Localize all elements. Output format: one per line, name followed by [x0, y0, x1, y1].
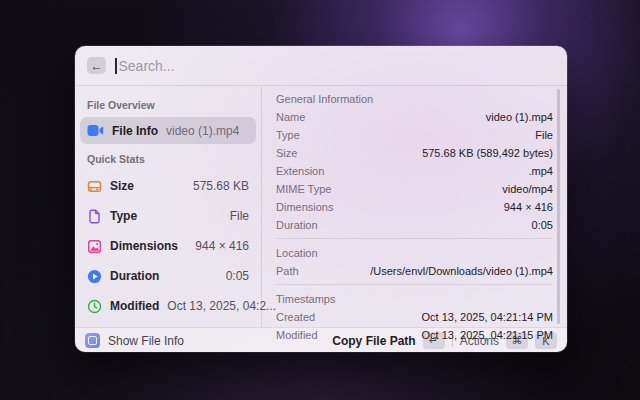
main-content: File Overview File Info video (1).mp4 Qu…: [75, 86, 567, 327]
sidebar: File Overview File Info video (1).mp4 Qu…: [75, 86, 262, 327]
search-bar: ← Search...: [75, 46, 567, 86]
detail-value: Oct 13, 2025, 04:21:15 PM: [422, 329, 553, 341]
detail-label: Created: [276, 311, 315, 323]
image-icon: [87, 239, 102, 254]
detail-label: MIME Type: [276, 183, 331, 195]
video-camera-icon: [87, 124, 104, 137]
detail-row-created: Created Oct 13, 2025, 04:21:14 PM: [276, 308, 553, 326]
section-header-file-overview: File Overview: [87, 99, 249, 111]
extension-app-icon: [85, 333, 100, 348]
stat-value: Oct 13, 2025, 04:2...: [167, 299, 276, 313]
detail-section-header: General Information: [276, 89, 553, 108]
detail-section-header: Timestamps: [276, 289, 553, 308]
detail-label: Modified: [276, 329, 318, 341]
back-button[interactable]: ←: [87, 57, 106, 74]
footer-context-label: Show File Info: [108, 334, 184, 348]
detail-row-mime-type: MIME Type video/mp4: [276, 180, 553, 198]
detail-label: Duration: [276, 219, 318, 231]
stat-label: Dimensions: [110, 239, 178, 253]
clock-icon: [87, 299, 102, 314]
detail-panel: General Information Name video (1).mp4 T…: [262, 86, 567, 327]
detail-row-size: Size 575.68 KB (589,492 bytes): [276, 144, 553, 162]
detail-row-name: Name video (1).mp4: [276, 108, 553, 126]
detail-label: Extension: [276, 165, 324, 177]
scrollbar[interactable]: [557, 89, 560, 324]
detail-value: video (1).mp4: [486, 111, 553, 123]
sidebar-item-type[interactable]: Type File: [80, 201, 256, 231]
document-icon: [87, 209, 102, 224]
detail-value: File: [535, 129, 553, 141]
detail-value: 944 × 416: [504, 201, 553, 213]
stat-value: File: [230, 209, 249, 223]
sidebar-item-size[interactable]: Size 575.68 KB: [80, 171, 256, 201]
stat-value: 575.68 KB: [193, 179, 249, 193]
stat-label: Type: [110, 209, 137, 223]
detail-row-extension: Extension .mp4: [276, 162, 553, 180]
divider: [276, 238, 553, 239]
section-header-quick-stats: Quick Stats: [87, 153, 249, 165]
detail-label: Type: [276, 129, 300, 141]
back-arrow-icon: ←: [91, 59, 103, 73]
divider: [276, 284, 553, 285]
detail-section-header: Location: [276, 243, 553, 262]
stat-label: Modified: [110, 299, 159, 313]
detail-label: Dimensions: [276, 201, 333, 213]
detail-row-dimensions: Dimensions 944 × 416: [276, 198, 553, 216]
play-circle-icon: [87, 269, 102, 284]
file-info-window: ← Search... File Overview File Info vide…: [75, 46, 567, 352]
detail-value: .mp4: [529, 165, 553, 177]
stat-value: 0:05: [226, 269, 249, 283]
detail-row-path: Path /Users/envl/Downloads/video (1).mp4: [276, 262, 553, 280]
detail-value: 575.68 KB (589,492 bytes): [422, 147, 553, 159]
detail-row-duration: Duration 0:05: [276, 216, 553, 234]
detail-value: Oct 13, 2025, 04:21:14 PM: [422, 311, 553, 323]
search-input[interactable]: Search...: [115, 58, 555, 74]
sidebar-item-label: File Info: [112, 124, 158, 138]
sidebar-item-dimensions[interactable]: Dimensions 944 × 416: [80, 231, 256, 261]
detail-row-type: Type File: [276, 126, 553, 144]
detail-label: Name: [276, 111, 305, 123]
detail-value: /Users/envl/Downloads/video (1).mp4: [370, 265, 553, 277]
sidebar-item-duration[interactable]: Duration 0:05: [80, 261, 256, 291]
stat-value: 944 × 416: [195, 239, 249, 253]
sidebar-item-modified[interactable]: Modified Oct 13, 2025, 04:2...: [80, 291, 256, 321]
drive-icon: [87, 179, 102, 194]
text-caret: [115, 58, 117, 74]
detail-value: 0:05: [532, 219, 553, 231]
detail-label: Size: [276, 147, 297, 159]
detail-value: video/mp4: [502, 183, 553, 195]
search-placeholder: Search...: [119, 58, 175, 74]
stat-label: Size: [110, 179, 134, 193]
sidebar-item-file-info[interactable]: File Info video (1).mp4: [80, 117, 256, 144]
detail-row-modified: Modified Oct 13, 2025, 04:21:15 PM: [276, 326, 553, 344]
stat-label: Duration: [110, 269, 159, 283]
detail-label: Path: [276, 265, 299, 277]
sidebar-item-filename: video (1).mp4: [166, 124, 239, 138]
